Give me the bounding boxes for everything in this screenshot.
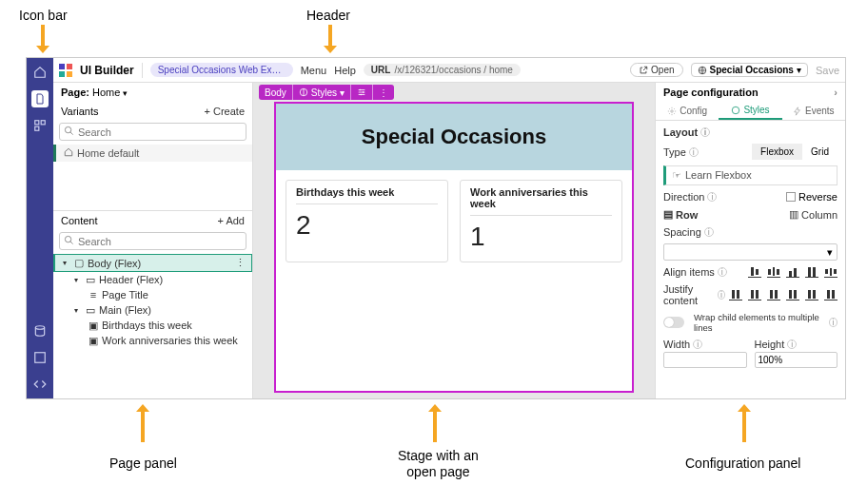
content-search[interactable] xyxy=(59,232,246,250)
home-icon[interactable] xyxy=(31,64,49,81)
svg-rect-18 xyxy=(67,71,72,77)
justify-center-icon[interactable] xyxy=(748,289,761,300)
card-value: 1 xyxy=(470,216,612,252)
variant-home-default[interactable]: Home default xyxy=(53,145,252,162)
data-icon[interactable] xyxy=(31,322,49,339)
page-panel: Page: Home ▾ Variants + Create xyxy=(53,83,253,398)
arrow-down-icon xyxy=(36,25,49,53)
code-icon[interactable] xyxy=(31,376,49,393)
reverse-checkbox[interactable]: Reverse xyxy=(786,191,837,203)
tab-styles[interactable]: Styles xyxy=(719,102,781,120)
url-field[interactable]: URL /x/126321/occasions / home xyxy=(364,64,521,76)
type-flexbox[interactable]: Flexbox xyxy=(752,144,802,160)
align-baseline-icon[interactable] xyxy=(824,266,837,278)
direction-column-button[interactable]: ▥ Column xyxy=(789,208,837,221)
toolbar-body-label[interactable]: Body xyxy=(259,85,293,100)
add-content-button[interactable]: + Add xyxy=(218,215,245,226)
tab-label: Config xyxy=(680,106,707,116)
content-search-input[interactable] xyxy=(78,236,242,247)
justify-evenly-icon[interactable] xyxy=(824,289,837,300)
svg-point-20 xyxy=(65,126,70,132)
wrap-toggle[interactable] xyxy=(663,317,684,328)
chevron-down-icon: ▾ xyxy=(74,306,82,315)
spacing-select[interactable]: ▾ xyxy=(663,243,837,261)
variants-search-input[interactable] xyxy=(78,126,242,138)
align-stretch-icon[interactable] xyxy=(805,266,818,278)
widget-icon: ▣ xyxy=(88,320,99,330)
tree-body[interactable]: ▾ ▢ Body (Flex) ⋮ xyxy=(53,254,252,272)
learn-flexbox-link[interactable]: ☞Learn Flexbox xyxy=(663,165,837,185)
svg-line-23 xyxy=(70,242,73,244)
align-items-options xyxy=(748,266,837,278)
row-label: Row xyxy=(676,209,698,221)
more-icon[interactable]: ⋮ xyxy=(235,257,251,269)
variants-label: Variants xyxy=(61,106,99,117)
card-value: 2 xyxy=(296,204,438,241)
toolbar-styles-button[interactable]: Styles ▾ xyxy=(293,85,351,100)
page-selector[interactable]: Page: Home ▾ xyxy=(53,83,252,102)
svg-rect-17 xyxy=(59,71,65,77)
info-icon[interactable]: i xyxy=(787,339,797,349)
justify-start-icon[interactable] xyxy=(729,289,742,300)
help-button[interactable]: Help xyxy=(334,65,356,76)
page-icon[interactable] xyxy=(31,90,49,107)
tree-card2[interactable]: ▣ Work anniversaries this week xyxy=(53,333,252,348)
toolbar-settings-icon[interactable] xyxy=(351,85,373,100)
components-icon[interactable] xyxy=(31,117,49,134)
tab-events[interactable]: Events xyxy=(782,102,845,120)
tab-config[interactable]: Config xyxy=(656,102,719,120)
svg-marker-1 xyxy=(36,46,49,53)
tree-card1[interactable]: ▣ Birthdays this week xyxy=(53,318,252,333)
info-icon[interactable]: i xyxy=(829,318,837,327)
direction-row-button[interactable]: ▤ Row xyxy=(663,208,698,221)
info-icon[interactable]: i xyxy=(718,267,727,277)
chevron-right-icon[interactable]: › xyxy=(834,87,837,98)
open-button[interactable]: Open xyxy=(630,63,682,77)
url-path: /x/126321/occasions / home xyxy=(394,65,513,75)
tree-header[interactable]: ▾ ▭ Header (Flex) xyxy=(53,272,252,287)
height-input[interactable] xyxy=(755,352,838,368)
annotation-config: Configuration panel xyxy=(685,456,800,471)
variants-search[interactable] xyxy=(59,123,246,141)
card-anniversaries[interactable]: Work anniversaries this week 1 xyxy=(460,180,622,262)
arrow-up-icon xyxy=(428,404,442,442)
tree-label: Page Title xyxy=(102,289,148,300)
column-label: Column xyxy=(801,209,837,221)
align-center-icon[interactable] xyxy=(767,266,780,278)
justify-end-icon[interactable] xyxy=(767,289,780,300)
tree-page-title[interactable]: ≡ Page Title xyxy=(53,287,252,302)
info-icon[interactable]: i xyxy=(704,227,714,237)
create-variant-button[interactable]: + Create xyxy=(205,106,246,117)
environment-dropdown[interactable]: Special Occasions ▾ xyxy=(691,63,808,77)
script-icon[interactable] xyxy=(31,349,49,366)
justify-between-icon[interactable] xyxy=(786,289,799,300)
menu-button[interactable]: Menu xyxy=(301,65,327,76)
page-name: Home xyxy=(92,87,120,98)
svg-point-13 xyxy=(35,326,44,330)
toolbar-more-icon[interactable]: ⋮ xyxy=(373,85,394,100)
info-icon[interactable]: i xyxy=(693,339,702,349)
chevron-down-icon: ▾ xyxy=(123,88,128,98)
justify-around-icon[interactable] xyxy=(805,289,818,300)
stage-canvas[interactable]: Special Occasions Birthdays this week 2 … xyxy=(274,102,634,393)
chevron-down-icon: ▾ xyxy=(74,276,82,284)
info-icon[interactable]: i xyxy=(718,290,725,300)
align-start-icon[interactable] xyxy=(748,266,761,278)
save-button[interactable]: Save xyxy=(816,65,839,76)
tree-main[interactable]: ▾ ▭ Main (Flex) xyxy=(53,302,252,318)
toolbar-styles-label: Styles xyxy=(311,87,337,98)
info-icon[interactable]: i xyxy=(689,147,699,157)
width-input[interactable] xyxy=(663,352,747,368)
experience-pill[interactable]: Special Occasions Web Experie… xyxy=(150,63,293,77)
info-icon[interactable]: i xyxy=(700,127,710,137)
card-title: Birthdays this week xyxy=(296,186,438,204)
type-toggle[interactable]: Flexbox Grid xyxy=(752,144,837,160)
type-grid[interactable]: Grid xyxy=(802,144,837,160)
align-end-icon[interactable] xyxy=(786,266,799,278)
page-label: Page: xyxy=(61,87,89,98)
annotation-pagepanel: Page panel xyxy=(109,456,177,471)
direction-label: Direction xyxy=(663,191,704,203)
svg-rect-16 xyxy=(67,64,72,69)
info-icon[interactable]: i xyxy=(707,192,717,202)
card-birthdays[interactable]: Birthdays this week 2 xyxy=(286,180,448,262)
